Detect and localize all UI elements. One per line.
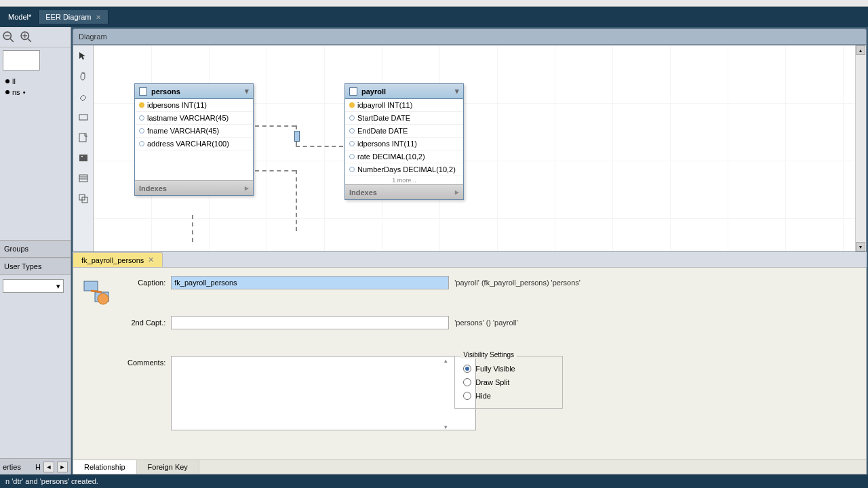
tab-foreign-key[interactable]: Foreign Key xyxy=(137,460,199,474)
column-icon xyxy=(349,154,355,159)
hand-tool-icon[interactable] xyxy=(77,70,90,83)
tab-model[interactable]: Model* xyxy=(1,10,39,24)
left-sidebar: ll ns • Groups User Types ▾ erties H ◄ ► xyxy=(0,27,71,474)
nav-h: H xyxy=(35,463,41,471)
type-dropdown[interactable]: ▾ xyxy=(3,279,64,293)
column-row[interactable]: lastname VARCHAR(45) xyxy=(135,112,253,125)
second-caption-label: 2nd Capt.: xyxy=(127,316,165,327)
close-icon[interactable]: ✕ xyxy=(96,14,101,21)
vertical-scrollbar[interactable]: ▴ ▾ xyxy=(855,45,866,251)
radio-hide[interactable]: Hide xyxy=(463,389,554,403)
visibility-settings: Visibility Settings Fully Visible Draw S… xyxy=(454,356,563,409)
relationship-icon xyxy=(81,276,114,308)
nav-prev-icon[interactable]: ◄ xyxy=(43,462,54,472)
scroll-up-icon[interactable]: ▴ xyxy=(856,45,865,55)
second-desc: 'persons' () 'payroll' xyxy=(454,316,580,327)
relationship-handle[interactable] xyxy=(294,131,300,142)
column-row[interactable]: fname VARCHAR(45) xyxy=(135,125,253,138)
svg-rect-7 xyxy=(79,115,87,120)
radio-icon xyxy=(463,392,471,400)
nav-label: erties xyxy=(3,463,21,471)
column-row[interactable]: StartDate DATE xyxy=(345,112,463,125)
column-icon xyxy=(139,115,144,121)
column-icon xyxy=(139,128,144,134)
tab-model-label: Model* xyxy=(8,13,31,21)
table-icon xyxy=(139,87,147,96)
key-icon xyxy=(139,102,144,108)
column-row[interactable]: idpayroll INT(11) xyxy=(345,99,463,112)
property-tab[interactable]: fk_payroll_persons ✕ xyxy=(73,252,163,267)
tab-relationship[interactable]: Relationship xyxy=(73,460,137,474)
entity-title: persons xyxy=(151,87,180,96)
pointer-tool-icon[interactable] xyxy=(77,49,90,63)
close-icon[interactable]: ✕ xyxy=(148,256,154,264)
comments-textarea[interactable] xyxy=(171,356,476,430)
status-text: n 'dtr' and 'persons' created. xyxy=(5,477,98,485)
entity-payroll[interactable]: payroll ▾ idpayroll INT(11) StartDate DA… xyxy=(344,83,464,200)
nav-next-icon[interactable]: ► xyxy=(57,462,68,472)
svg-rect-11 xyxy=(79,175,87,182)
column-row[interactable]: EndDate DATE xyxy=(345,125,463,138)
mini-map[interactable] xyxy=(3,50,40,70)
second-caption-input[interactable] xyxy=(171,316,449,329)
svg-point-18 xyxy=(98,293,108,304)
column-row[interactable]: rate DECIMAL(10,2) xyxy=(345,150,463,163)
note-tool-icon[interactable] xyxy=(77,131,90,144)
column-row[interactable]: address VARCHAR(100) xyxy=(135,138,253,150)
indexes-section[interactable]: Indexes▸ xyxy=(345,184,463,199)
zoom-in-icon[interactable] xyxy=(20,31,33,43)
tree-item[interactable]: ns • xyxy=(3,87,68,98)
relationship-line[interactable] xyxy=(296,146,343,147)
diagram-header: Diagram xyxy=(73,28,867,45)
tab-eer-diagram[interactable]: EER Diagram ✕ xyxy=(39,10,108,24)
scroll-down-icon[interactable]: ▾ xyxy=(856,242,865,251)
table-icon xyxy=(349,87,357,96)
relationship-line[interactable] xyxy=(192,215,193,242)
groups-section[interactable]: Groups xyxy=(0,240,71,258)
chevron-right-icon[interactable]: ▸ xyxy=(245,184,249,192)
image-tool-icon[interactable] xyxy=(77,151,90,165)
table-tool-icon[interactable] xyxy=(77,171,90,185)
diagram-canvas[interactable]: persons ▾ idpersons INT(11) lastname VAR… xyxy=(94,45,855,251)
svg-rect-16 xyxy=(84,281,98,291)
chevron-up-icon[interactable]: ▴ xyxy=(444,357,448,364)
eraser-tool-icon[interactable] xyxy=(77,90,90,104)
column-row[interactable]: idpersons INT(11) xyxy=(345,138,463,150)
toolbox xyxy=(73,45,94,251)
radio-icon xyxy=(463,378,471,386)
column-icon xyxy=(349,167,355,172)
chevron-down-icon[interactable]: ▾ xyxy=(444,424,448,430)
svg-point-10 xyxy=(81,156,83,157)
entity-title: payroll xyxy=(361,87,386,96)
zoom-out-icon[interactable] xyxy=(3,31,15,43)
chevron-down-icon[interactable]: ▾ xyxy=(245,87,249,96)
more-columns[interactable]: 1 more... xyxy=(345,176,463,184)
relationship-line[interactable] xyxy=(255,125,296,127)
radio-fully-visible[interactable]: Fully Visible xyxy=(463,362,554,375)
svg-rect-9 xyxy=(79,155,87,161)
relationship-line[interactable] xyxy=(296,170,297,231)
radio-draw-split[interactable]: Draw Split xyxy=(463,375,554,389)
property-panel: Caption: 'payroll' (fk_payroll_persons) … xyxy=(73,267,867,474)
caption-input[interactable] xyxy=(171,276,449,289)
tree-item[interactable]: ll xyxy=(3,76,68,87)
svg-line-1 xyxy=(10,39,14,42)
column-row[interactable]: NumberDays DECIMAL(10,2) xyxy=(345,163,463,176)
chevron-down-icon[interactable]: ▾ xyxy=(455,87,459,96)
relationship-line[interactable] xyxy=(255,170,296,171)
caption-desc: 'payroll' (fk_payroll_persons) 'persons' xyxy=(454,276,580,287)
layer-tool-icon[interactable] xyxy=(77,110,90,124)
main-tab-strip: Model* EER Diagram ✕ xyxy=(0,7,868,27)
view-tool-icon[interactable] xyxy=(77,192,90,205)
entity-persons[interactable]: persons ▾ idpersons INT(11) lastname VAR… xyxy=(134,83,254,196)
visibility-legend: Visibility Settings xyxy=(460,351,517,359)
comments-label: Comments: xyxy=(127,356,165,367)
column-icon xyxy=(349,115,355,121)
column-row[interactable]: idpersons INT(11) xyxy=(135,99,253,112)
indexes-section[interactable]: Indexes▸ xyxy=(135,180,253,195)
tab-diagram-label: EER Diagram xyxy=(45,13,91,21)
user-types-section[interactable]: User Types xyxy=(0,258,71,275)
caption-label: Caption: xyxy=(127,276,165,287)
chevron-right-icon[interactable]: ▸ xyxy=(455,188,459,197)
status-bar: n 'dtr' and 'persons' created. xyxy=(0,474,868,488)
